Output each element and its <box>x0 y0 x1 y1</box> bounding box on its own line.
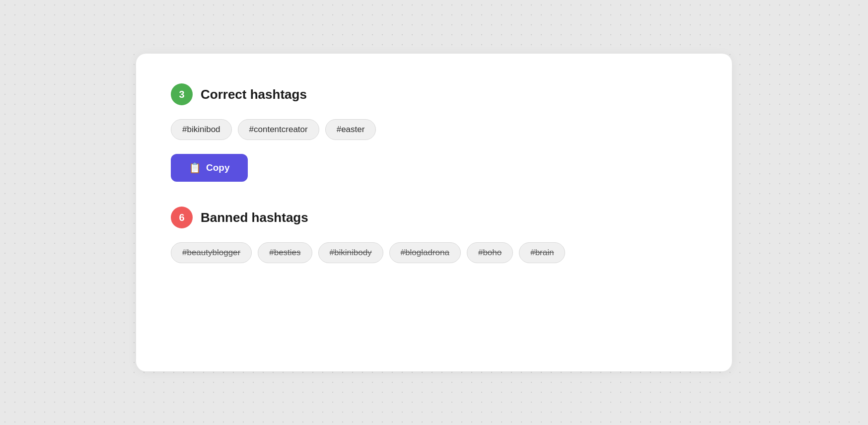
banned-section-title: Banned hashtags <box>201 210 308 225</box>
correct-hashtag-list: #bikinibod #contentcreator #easter <box>171 119 697 140</box>
banned-section-header: 6 Banned hashtags <box>171 207 697 228</box>
hashtag-chip: #bikinibod <box>171 119 232 140</box>
correct-count-badge: 3 <box>171 83 193 105</box>
correct-section-header: 3 Correct hashtags <box>171 83 697 105</box>
banned-hashtag-chip: #blogladrona <box>389 242 461 263</box>
banned-hashtag-chip: #bikinibody <box>318 242 383 263</box>
banned-hashtag-chip: #boho <box>467 242 513 263</box>
copy-icon: 📋 <box>189 162 201 174</box>
hashtag-chip: #contentcreator <box>238 119 319 140</box>
banned-hashtag-chip: #brain <box>519 242 565 263</box>
correct-section-title: Correct hashtags <box>201 87 307 102</box>
banned-hashtag-list: #beautyblogger #besties #bikinibody #blo… <box>171 242 697 263</box>
banned-count-badge: 6 <box>171 207 193 228</box>
hashtag-chip: #easter <box>325 119 376 140</box>
copy-button[interactable]: 📋 Copy <box>171 154 248 182</box>
banned-hashtag-chip: #besties <box>258 242 312 263</box>
correct-hashtags-section: 3 Correct hashtags #bikinibod #contentcr… <box>171 83 697 182</box>
copy-button-label: Copy <box>206 162 230 173</box>
banned-hashtags-section: 6 Banned hashtags #beautyblogger #bestie… <box>171 207 697 263</box>
banned-hashtag-chip: #beautyblogger <box>171 242 252 263</box>
main-card: 3 Correct hashtags #bikinibod #contentcr… <box>136 54 732 371</box>
